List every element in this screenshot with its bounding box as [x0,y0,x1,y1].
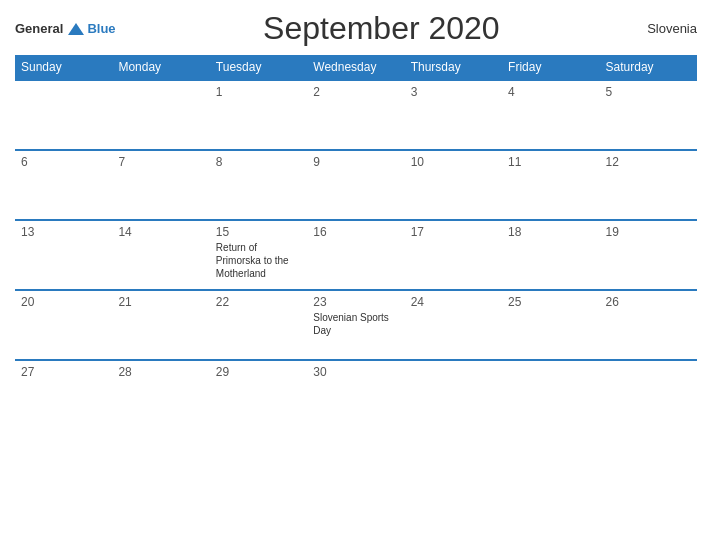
day-number: 16 [313,225,398,239]
table-row: 26 [600,290,697,360]
weekday-header-row: Sunday Monday Tuesday Wednesday Thursday… [15,55,697,80]
event-label: Slovenian Sports Day [313,311,398,337]
table-row: 11 [502,150,599,220]
table-row: 2 [307,80,404,150]
table-row [502,360,599,430]
calendar-week-row: 131415Return of Primorska to the Motherl… [15,220,697,290]
day-number: 2 [313,85,398,99]
table-row: 25 [502,290,599,360]
weekday-wednesday: Wednesday [307,55,404,80]
day-number: 12 [606,155,691,169]
day-number: 17 [411,225,496,239]
table-row: 29 [210,360,307,430]
logo-flag-icon [67,22,85,36]
weekday-monday: Monday [112,55,209,80]
table-row: 8 [210,150,307,220]
table-row [112,80,209,150]
table-row: 10 [405,150,502,220]
day-number: 7 [118,155,203,169]
table-row: 3 [405,80,502,150]
table-row: 28 [112,360,209,430]
day-number: 20 [21,295,106,309]
day-number: 26 [606,295,691,309]
day-number: 21 [118,295,203,309]
table-row: 30 [307,360,404,430]
table-row: 1 [210,80,307,150]
table-row: 12 [600,150,697,220]
day-number: 8 [216,155,301,169]
weekday-saturday: Saturday [600,55,697,80]
table-row: 13 [15,220,112,290]
table-row: 23Slovenian Sports Day [307,290,404,360]
weekday-thursday: Thursday [405,55,502,80]
day-number: 9 [313,155,398,169]
day-number: 25 [508,295,593,309]
table-row [405,360,502,430]
day-number: 29 [216,365,301,379]
day-number: 6 [21,155,106,169]
table-row: 21 [112,290,209,360]
table-row: 14 [112,220,209,290]
table-row: 18 [502,220,599,290]
day-number: 15 [216,225,301,239]
table-row: 19 [600,220,697,290]
table-row [15,80,112,150]
day-number: 18 [508,225,593,239]
day-number: 24 [411,295,496,309]
calendar-page: General Blue September 2020 Slovenia Sun… [0,0,712,550]
weekday-friday: Friday [502,55,599,80]
calendar-week-row: 20212223Slovenian Sports Day242526 [15,290,697,360]
calendar-week-row: 12345 [15,80,697,150]
page-title: September 2020 [116,10,648,47]
table-row: 6 [15,150,112,220]
day-number: 27 [21,365,106,379]
table-row: 5 [600,80,697,150]
calendar-table: Sunday Monday Tuesday Wednesday Thursday… [15,55,697,430]
table-row: 20 [15,290,112,360]
day-number: 30 [313,365,398,379]
header: General Blue September 2020 Slovenia [15,10,697,47]
day-number: 11 [508,155,593,169]
day-number: 3 [411,85,496,99]
day-number: 22 [216,295,301,309]
event-label: Return of Primorska to the Motherland [216,241,301,280]
table-row: 16 [307,220,404,290]
day-number: 13 [21,225,106,239]
table-row: 22 [210,290,307,360]
day-number: 14 [118,225,203,239]
calendar-week-row: 27282930 [15,360,697,430]
table-row: 4 [502,80,599,150]
logo-blue-text: Blue [87,21,115,36]
day-number: 28 [118,365,203,379]
day-number: 4 [508,85,593,99]
table-row: 15Return of Primorska to the Motherland [210,220,307,290]
table-row: 24 [405,290,502,360]
day-number: 10 [411,155,496,169]
logo: General Blue [15,21,116,36]
logo-general-text: General [15,21,63,36]
table-row: 7 [112,150,209,220]
table-row [600,360,697,430]
weekday-tuesday: Tuesday [210,55,307,80]
day-number: 23 [313,295,398,309]
calendar-week-row: 6789101112 [15,150,697,220]
day-number: 19 [606,225,691,239]
day-number: 1 [216,85,301,99]
country-label: Slovenia [647,21,697,36]
table-row: 27 [15,360,112,430]
table-row: 17 [405,220,502,290]
svg-marker-0 [68,23,84,35]
day-number: 5 [606,85,691,99]
weekday-sunday: Sunday [15,55,112,80]
table-row: 9 [307,150,404,220]
